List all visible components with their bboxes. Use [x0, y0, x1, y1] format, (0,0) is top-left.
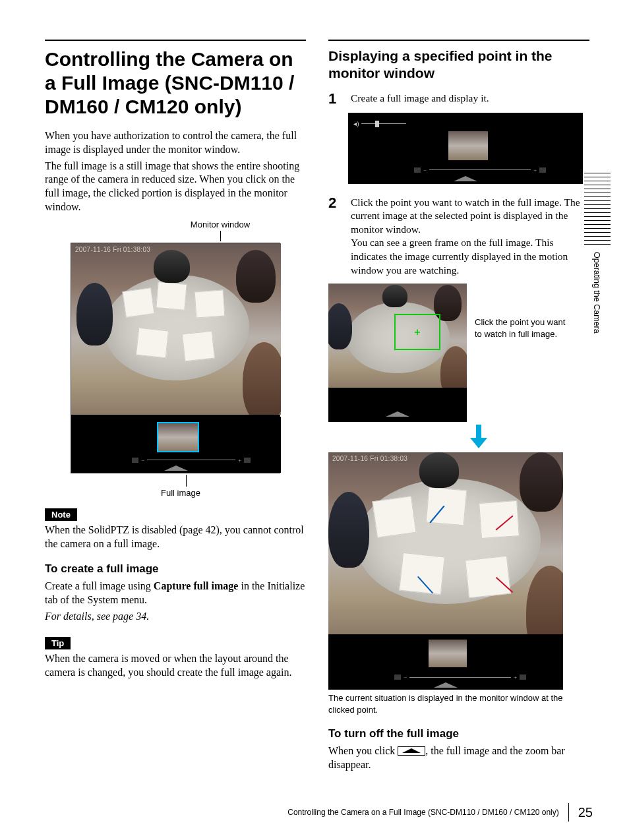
full-image-strip: − +	[71, 417, 281, 473]
side-tab: Operating the Camera	[584, 173, 611, 344]
tip-text: When the camera is moved or when the lay…	[45, 652, 306, 680]
create-text-details: For details, see page 34.	[45, 610, 306, 624]
footer-page-number: 25	[578, 805, 593, 820]
side-tab-text: Operating the Camera	[592, 252, 601, 334]
down-arrow-icon	[368, 425, 589, 451]
zoom-bar[interactable]: − +	[132, 457, 251, 464]
scene-person	[520, 452, 563, 512]
monitor-box: 2007-11-16 Fri 01:38:03 ◂)	[71, 243, 280, 473]
scene-paper	[136, 327, 169, 358]
full-image-thumbnail[interactable]	[157, 422, 199, 452]
create-text-part: Create a full image using	[45, 580, 154, 591]
scene-person	[328, 492, 369, 568]
section-rule	[45, 40, 306, 41]
figure-result-monitor: 2007-11-16 Fri 01:38:03 ◂)	[328, 452, 563, 690]
intro-paragraph-2: The full image is a still image that sho…	[45, 160, 306, 214]
step-2-text: Click the point you want to watch in the…	[351, 196, 589, 278]
note-text: When the SolidPTZ is disabled (page 42),…	[45, 524, 306, 551]
step-1-text: Create a full image and display it.	[351, 92, 589, 106]
left-column: Controlling the Camera on a Full Image (…	[45, 40, 306, 775]
scene-person	[154, 250, 190, 283]
scene-person	[236, 250, 276, 303]
figure-result-caption: The current situation is displayed in th…	[328, 692, 563, 715]
step-1: 1 Create a full image and display it.	[328, 92, 589, 106]
figure-click-point-wrap: + Click the point you want to watch in f…	[328, 284, 589, 422]
scene-paper	[182, 330, 215, 361]
full-image-thumbnail[interactable]	[448, 131, 488, 160]
monitor-main-view: 2007-11-16 Fri 01:38:03	[71, 243, 281, 415]
step-2: 2 Click the point you want to watch in t…	[328, 196, 589, 278]
collapse-icon[interactable]	[398, 746, 425, 756]
green-selection-frame: +	[394, 314, 440, 350]
capture-full-image-label: Capture full image	[154, 580, 239, 591]
section-rule	[328, 40, 589, 41]
scene-paper	[479, 500, 520, 539]
figure-click-point-caption: Click the point you want to watch in ful…	[475, 316, 574, 340]
turn-off-text-a: When you click	[328, 745, 398, 756]
scene-person	[76, 283, 113, 345]
scene-paper	[399, 553, 445, 595]
scene-person	[328, 303, 352, 349]
note-badge: Note	[45, 508, 77, 521]
volume-slider[interactable]: ◂)	[353, 119, 406, 129]
footer-divider	[568, 803, 569, 822]
scene-person	[526, 566, 563, 634]
scene-paper	[195, 289, 225, 318]
zoom-bar[interactable]: − +	[414, 167, 546, 173]
expand-icon[interactable]	[164, 465, 188, 471]
create-text: Create a full image using Capture full i…	[45, 580, 306, 607]
heading-display-point: Displaying a specified point in the moni…	[328, 47, 589, 82]
scene-person	[243, 342, 281, 415]
scene-paper	[156, 282, 187, 311]
page-title: Controlling the Camera on a Full Image (…	[45, 47, 306, 119]
crosshair-icon: +	[414, 326, 420, 338]
scene-paper	[465, 556, 511, 598]
step-number: 2	[328, 196, 342, 278]
turn-off-text: When you click , the full image and the …	[328, 744, 589, 772]
pointer-line-bottom	[186, 475, 187, 487]
scene-person	[382, 285, 407, 307]
monitor-main-view: 2007-11-16 Fri 01:38:03	[328, 452, 563, 634]
expand-icon[interactable]	[454, 176, 477, 181]
intro-paragraph-1: When you have authorization to control t…	[45, 129, 306, 157]
scene-paper	[122, 287, 154, 318]
expand-icon[interactable]	[434, 682, 458, 688]
overlay-timestamp: 2007-11-16 Fri 01:38:03	[75, 246, 150, 253]
full-image-strip: − +	[328, 636, 563, 690]
label-monitor-window: Monitor window	[90, 220, 351, 229]
footer-title: Controlling the Camera on a Full Image (…	[287, 808, 559, 817]
zoom-bar[interactable]: − +	[394, 674, 526, 680]
step-2-text-b: You can see a green frame on the full im…	[351, 237, 568, 275]
figure-monitor-and-full: Monitor window 2007-11-16 Fri 01:38:03	[45, 220, 306, 498]
scene-paper	[372, 496, 416, 538]
step-number: 1	[328, 92, 342, 106]
figure-step1-strip: ◂) − +	[348, 113, 583, 184]
side-tab-lines	[584, 173, 611, 245]
right-column: Displaying a specified point in the moni…	[328, 40, 589, 775]
overlay-timestamp: 2007-11-16 Fri 01:38:03	[332, 455, 407, 462]
heading-turn-off: To turn off the full image	[328, 727, 589, 740]
expand-icon[interactable]	[386, 411, 409, 417]
preview-image[interactable]: +	[328, 284, 467, 388]
heading-create-full-image: To create a full image	[45, 562, 306, 576]
pointer-line-top	[220, 231, 221, 241]
label-full-image: Full image	[50, 488, 311, 498]
scene-person	[419, 452, 459, 488]
page-footer: Controlling the Camera on a Full Image (…	[287, 803, 593, 822]
full-image-thumbnail[interactable]	[429, 640, 467, 667]
figure-click-point: +	[328, 284, 467, 422]
step-2-text-a: Click the point you want to watch in the…	[351, 196, 580, 235]
tip-badge: Tip	[45, 637, 71, 649]
